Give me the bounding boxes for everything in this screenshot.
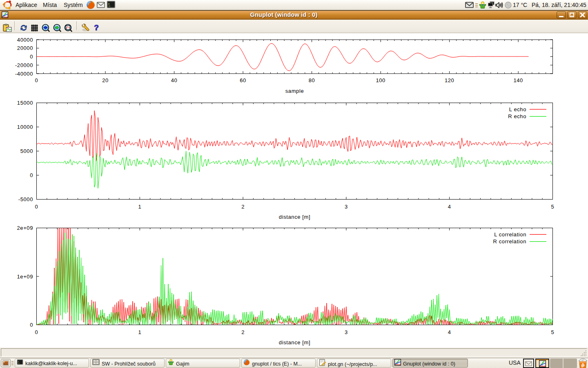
svg-text:distance [m]: distance [m] xyxy=(279,214,310,220)
svg-text:-5000: -5000 xyxy=(18,196,33,202)
svg-text:0: 0 xyxy=(30,322,33,328)
svg-text:L echo: L echo xyxy=(509,106,526,112)
svg-text:120: 120 xyxy=(445,77,454,83)
svg-text:0: 0 xyxy=(35,329,38,335)
svg-text:140: 140 xyxy=(513,77,523,83)
svg-text:?: ? xyxy=(94,23,99,32)
svg-text:-40000: -40000 xyxy=(15,71,33,77)
svg-text:4: 4 xyxy=(448,329,451,335)
svg-text:R correlation: R correlation xyxy=(493,238,527,245)
svg-text:2: 2 xyxy=(241,204,245,210)
svg-text:4: 4 xyxy=(448,204,451,210)
svg-text:20: 20 xyxy=(102,77,109,83)
svg-text:sample: sample xyxy=(285,88,304,94)
svg-text:1: 1 xyxy=(138,204,141,210)
svg-text:5: 5 xyxy=(551,204,555,210)
svg-text:0: 0 xyxy=(35,204,38,210)
svg-text:80: 80 xyxy=(309,77,315,83)
svg-text:20000: 20000 xyxy=(17,45,33,51)
svg-text:0: 0 xyxy=(30,172,33,178)
svg-text:1: 1 xyxy=(138,329,141,335)
svg-text:100: 100 xyxy=(376,77,385,83)
svg-text:15000: 15000 xyxy=(17,100,33,106)
svg-text:0: 0 xyxy=(35,77,38,83)
svg-text:3: 3 xyxy=(345,204,348,210)
svg-text:5: 5 xyxy=(551,329,555,335)
svg-text:5000: 5000 xyxy=(20,148,33,154)
svg-text:40000: 40000 xyxy=(17,37,33,43)
svg-text:10000: 10000 xyxy=(17,124,33,130)
svg-text:distance [m]: distance [m] xyxy=(279,339,310,346)
svg-text:40: 40 xyxy=(171,77,178,83)
svg-text:2: 2 xyxy=(241,329,245,335)
svg-text:3: 3 xyxy=(345,329,348,335)
svg-text:-20000: -20000 xyxy=(15,62,33,68)
svg-text:L correlation: L correlation xyxy=(494,231,526,238)
svg-text:R echo: R echo xyxy=(508,113,526,119)
svg-text:1e+09: 1e+09 xyxy=(17,274,33,280)
svg-text:2e+09: 2e+09 xyxy=(17,225,33,231)
svg-text:60: 60 xyxy=(240,77,246,83)
svg-text:0: 0 xyxy=(30,54,33,60)
